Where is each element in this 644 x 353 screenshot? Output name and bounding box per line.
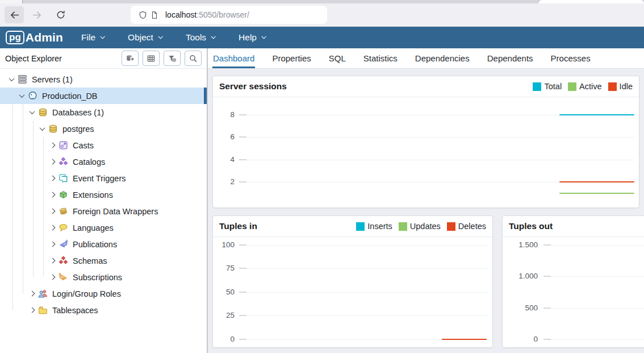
y-tick-label: 6 <box>213 132 235 142</box>
browser-refresh-button[interactable] <box>51 6 70 23</box>
tree-toggle[interactable] <box>48 226 57 230</box>
tree-item-label: Event Triggers <box>73 174 126 183</box>
tree-item-event-triggers[interactable]: Event Triggers <box>0 170 207 186</box>
tree-item-production-db[interactable]: Production_DB <box>0 88 207 104</box>
tree-toggle[interactable] <box>48 176 57 180</box>
tree-item-subscriptions[interactable]: Subscriptions <box>0 269 207 285</box>
menu-help[interactable]: Help <box>239 32 265 43</box>
series-lines <box>239 237 488 347</box>
main-tab-bar: DashboardPropertiesSQLStatisticsDependen… <box>208 48 644 69</box>
tree-toggle[interactable] <box>27 292 36 296</box>
chevron-right-icon <box>29 291 35 297</box>
database-connect-button[interactable] <box>122 51 139 66</box>
legend-label: Inserts <box>367 222 392 231</box>
tree-item-label: Servers (1) <box>32 75 73 84</box>
y-tick-label: 75 <box>213 263 235 273</box>
shield-icon[interactable] <box>139 11 147 19</box>
menu-tools[interactable]: Tools <box>186 32 215 43</box>
tree-toggle[interactable] <box>48 259 57 263</box>
languages-icon <box>58 223 69 233</box>
tree-item-catalogs[interactable]: Catalogs <box>0 153 207 170</box>
content-area: Object Explorer Servers (1)Production_DB… <box>0 48 644 353</box>
schemas-icon <box>58 256 69 266</box>
legend-swatch <box>568 82 576 91</box>
panel-title: Tuples out <box>509 221 644 231</box>
legend-item-idle: Idle <box>608 82 633 91</box>
tree-item-login-group-roles[interactable]: Login/Group Roles <box>0 285 207 302</box>
tree-item-label: Login/Group Roles <box>52 289 121 298</box>
tab-statistics[interactable]: Statistics <box>363 48 398 68</box>
view-data-button[interactable] <box>143 51 160 66</box>
chevron-right-icon <box>49 225 55 231</box>
tree-item-label: Foreign Data Wrappers <box>73 207 158 216</box>
legend-label: Deletes <box>458 222 486 231</box>
tree-item-label: Tablespaces <box>52 306 98 315</box>
legend-swatch <box>356 222 365 231</box>
chevron-down-icon <box>29 109 35 114</box>
tree-item-publications[interactable]: Publications <box>0 236 207 252</box>
tree-item-label: Production_DB <box>42 92 98 101</box>
legend-item-active: Active <box>568 82 602 91</box>
legend-label: Idle <box>620 82 633 91</box>
tree-item-extensions[interactable]: Extensions <box>0 186 207 203</box>
tree-item-casts[interactable]: Casts <box>0 137 207 153</box>
filter-button[interactable] <box>164 51 181 66</box>
extensions-icon <box>58 190 69 200</box>
tree-toggle[interactable] <box>48 143 57 147</box>
tree-item-foreign-data-wrappers[interactable]: Foreign Data Wrappers <box>0 203 207 219</box>
tab-processes[interactable]: Processes <box>550 48 591 68</box>
pgadmin-header: pg Admin FileObjectToolsHelp <box>0 27 644 48</box>
tree-toggle[interactable] <box>7 77 16 81</box>
chevron-right-icon <box>49 159 55 165</box>
browser-forward-button[interactable] <box>27 6 47 23</box>
url-bar[interactable]: localhost:5050/browser/ <box>131 6 327 24</box>
tree-toggle[interactable] <box>48 160 57 164</box>
tree-item-servers-1[interactable]: Servers (1) <box>0 71 207 88</box>
tree-toggle[interactable] <box>27 308 36 312</box>
tree-item-languages[interactable]: Languages <box>0 219 207 236</box>
chart-legend: InsertsUpdatesDeletes <box>356 222 486 231</box>
chart-plot-area: 8642 <box>213 97 639 207</box>
menu-file[interactable]: File <box>81 32 104 43</box>
y-tick-label: 1.000 <box>503 271 538 281</box>
tree-toggle[interactable] <box>48 193 57 197</box>
chevron-right-icon <box>49 275 55 280</box>
chevron-right-icon <box>49 209 55 214</box>
tab-properties[interactable]: Properties <box>271 48 311 68</box>
tree-toggle[interactable] <box>48 209 57 213</box>
y-tick-label: 100 <box>213 240 235 250</box>
chevron-down-icon <box>158 34 162 39</box>
search-button[interactable] <box>185 51 202 66</box>
legend-swatch <box>533 82 541 91</box>
tree-item-tablespaces[interactable]: Tablespaces <box>0 302 207 318</box>
chevron-right-icon <box>49 258 55 264</box>
tree-toggle[interactable] <box>17 94 26 98</box>
tree-toggle[interactable] <box>27 110 36 114</box>
tree-item-postgres[interactable]: postgres <box>0 121 207 137</box>
tab-sql[interactable]: SQL <box>328 48 346 68</box>
chevron-right-icon <box>49 176 55 181</box>
tab-dependents[interactable]: Dependents <box>487 48 534 68</box>
server-sessions-panel: Server sessionsTotalActiveIdle8642 <box>212 76 639 208</box>
url-host: localhost <box>165 10 196 19</box>
page-info-icon[interactable] <box>150 11 158 19</box>
tree-toggle[interactable] <box>37 127 47 131</box>
tree-toggle[interactable] <box>48 275 57 279</box>
chevron-right-icon <box>49 192 55 198</box>
tree-item-label: Subscriptions <box>73 273 122 282</box>
tree-toggle[interactable] <box>48 242 57 246</box>
series-line-deletes <box>442 339 487 340</box>
panel-header: Server sessionsTotalActiveIdle <box>213 76 639 97</box>
chevron-right-icon <box>49 143 55 148</box>
main-panel: DashboardPropertiesSQLStatisticsDependen… <box>208 48 644 353</box>
tab-dashboard[interactable]: Dashboard <box>212 48 255 68</box>
tree-item-databases-1[interactable]: Databases (1) <box>0 104 207 121</box>
browser-back-button[interactable] <box>5 6 24 23</box>
object-explorer-tree: Servers (1)Production_DBDatabases (1)pos… <box>0 69 207 318</box>
url-text: localhost:5050/browser/ <box>165 10 249 19</box>
pgadmin-logo-admin: Admin <box>26 31 63 44</box>
legend-label: Active <box>579 82 602 91</box>
tab-dependencies[interactable]: Dependencies <box>415 48 470 68</box>
tree-item-schemas[interactable]: Schemas <box>0 252 207 269</box>
menu-object[interactable]: Object <box>128 32 162 43</box>
